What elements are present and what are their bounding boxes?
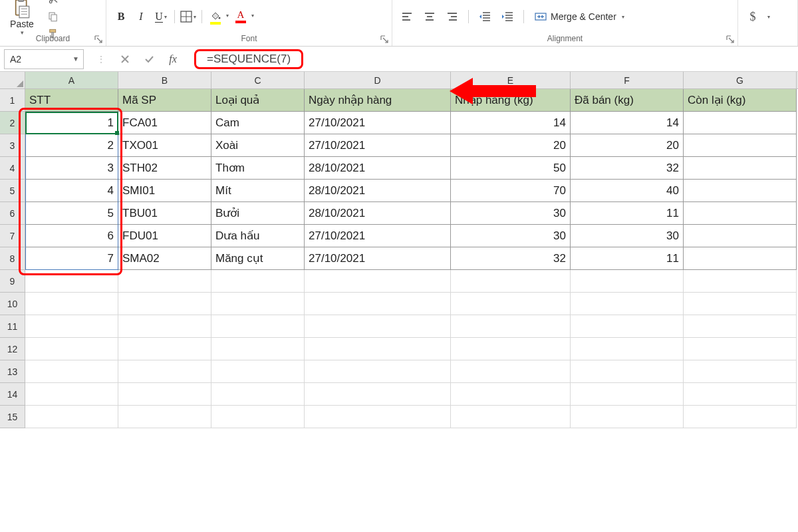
name-box[interactable]: A2 ▼ bbox=[4, 49, 84, 69]
cell[interactable] bbox=[25, 293, 118, 315]
cell[interactable] bbox=[118, 360, 211, 383]
cell[interactable] bbox=[451, 406, 571, 428]
merge-center-button[interactable]: Merge & Center ▾ bbox=[531, 8, 628, 25]
header-loaiqua[interactable]: Loại quả bbox=[211, 89, 305, 112]
cell[interactable] bbox=[451, 270, 571, 293]
cell[interactable] bbox=[305, 360, 451, 383]
borders-button[interactable]: ▾ bbox=[179, 9, 198, 25]
cell-conlai[interactable] bbox=[684, 247, 797, 270]
cell[interactable] bbox=[684, 406, 797, 428]
column-header-c[interactable]: C bbox=[211, 72, 305, 88]
cell[interactable] bbox=[571, 270, 684, 293]
enter-formula-button[interactable] bbox=[137, 49, 161, 69]
cell-masp[interactable]: FCA01 bbox=[118, 112, 211, 134]
cell[interactable] bbox=[118, 270, 211, 293]
italic-button[interactable]: I bbox=[132, 9, 150, 25]
cell[interactable] bbox=[118, 338, 211, 360]
cell-stt[interactable]: 7 bbox=[25, 247, 118, 270]
cell[interactable] bbox=[118, 406, 211, 428]
cell[interactable] bbox=[118, 315, 211, 338]
cell-stt[interactable]: 6 bbox=[25, 225, 118, 247]
cell[interactable] bbox=[25, 360, 118, 383]
cell[interactable] bbox=[571, 383, 684, 406]
cell[interactable] bbox=[211, 315, 305, 338]
cell-ban[interactable]: 32 bbox=[571, 157, 684, 180]
header-stt[interactable]: STT bbox=[25, 89, 118, 112]
cell-ban[interactable]: 20 bbox=[571, 134, 684, 157]
row-header-10[interactable]: 10 bbox=[0, 293, 25, 315]
row-header-13[interactable]: 13 bbox=[0, 360, 25, 383]
cell-masp[interactable]: STH02 bbox=[118, 157, 211, 180]
cell[interactable] bbox=[25, 270, 118, 293]
cell[interactable] bbox=[451, 338, 571, 360]
cell-ngay[interactable]: 27/10/2021 bbox=[305, 134, 451, 157]
cancel-formula-button[interactable] bbox=[113, 49, 137, 69]
font-color-button[interactable]: A ▾ bbox=[231, 9, 250, 25]
header-daban[interactable]: Đã bán (kg) bbox=[571, 89, 684, 112]
cell[interactable] bbox=[25, 315, 118, 338]
row-header-14[interactable]: 14 bbox=[0, 383, 25, 406]
cell[interactable] bbox=[211, 338, 305, 360]
cell-loai[interactable]: Mít bbox=[211, 180, 305, 202]
cell[interactable] bbox=[118, 383, 211, 406]
cell[interactable] bbox=[305, 293, 451, 315]
row-header-1[interactable]: 1 bbox=[0, 89, 25, 112]
cell-masp[interactable]: TXO01 bbox=[118, 134, 211, 157]
cell-loai[interactable]: Măng cụt bbox=[211, 247, 305, 270]
cell-ban[interactable]: 30 bbox=[571, 225, 684, 247]
cell-ngay[interactable]: 27/10/2021 bbox=[305, 225, 451, 247]
font-dialog-launcher[interactable] bbox=[380, 35, 389, 45]
cell-stt[interactable]: 3 bbox=[25, 157, 118, 180]
increase-indent-button[interactable] bbox=[498, 9, 517, 25]
cell[interactable] bbox=[211, 383, 305, 406]
header-masp[interactable]: Mã SP bbox=[118, 89, 211, 112]
cell[interactable] bbox=[571, 360, 684, 383]
alignment-dialog-launcher[interactable] bbox=[726, 35, 735, 45]
cell-ngay[interactable]: 27/10/2021 bbox=[305, 112, 451, 134]
cell[interactable] bbox=[305, 406, 451, 428]
align-left-button[interactable] bbox=[398, 9, 416, 25]
row-header-5[interactable]: 5 bbox=[0, 180, 25, 202]
row-header-8[interactable]: 8 bbox=[0, 247, 25, 270]
clipboard-dialog-launcher[interactable] bbox=[94, 35, 103, 45]
cell-nhap[interactable]: 30 bbox=[451, 202, 571, 225]
cell[interactable] bbox=[684, 293, 797, 315]
cell-loai[interactable]: Cam bbox=[211, 112, 305, 134]
cell[interactable] bbox=[25, 383, 118, 406]
row-header-7[interactable]: 7 bbox=[0, 225, 25, 247]
cell-conlai[interactable] bbox=[684, 112, 797, 134]
cell[interactable] bbox=[305, 315, 451, 338]
row-header-3[interactable]: 3 bbox=[0, 134, 25, 157]
underline-button[interactable]: U▾ bbox=[152, 9, 170, 25]
cell-conlai[interactable] bbox=[684, 157, 797, 180]
cell-nhap[interactable]: 14 bbox=[451, 112, 571, 134]
cell[interactable] bbox=[571, 338, 684, 360]
row-header-9[interactable]: 9 bbox=[0, 270, 25, 293]
row-header-4[interactable]: 4 bbox=[0, 157, 25, 180]
cell-stt[interactable]: 5 bbox=[25, 202, 118, 225]
cell-nhap[interactable]: 20 bbox=[451, 134, 571, 157]
row-header-2[interactable]: 2 bbox=[0, 112, 25, 134]
column-header-f[interactable]: F bbox=[571, 72, 684, 88]
cell-nhap[interactable]: 50 bbox=[451, 157, 571, 180]
cell[interactable] bbox=[211, 293, 305, 315]
cell-loai[interactable]: Dưa hấu bbox=[211, 225, 305, 247]
cell[interactable] bbox=[571, 315, 684, 338]
cell[interactable] bbox=[684, 270, 797, 293]
cell-nhap[interactable]: 32 bbox=[451, 247, 571, 270]
column-header-b[interactable]: B bbox=[118, 72, 211, 88]
cell[interactable] bbox=[684, 360, 797, 383]
fill-color-button[interactable]: ▾ bbox=[206, 9, 225, 25]
cell-ngay[interactable]: 27/10/2021 bbox=[305, 247, 451, 270]
cell[interactable] bbox=[118, 293, 211, 315]
cell-ban[interactable]: 40 bbox=[571, 180, 684, 202]
cell[interactable] bbox=[305, 383, 451, 406]
cell-conlai[interactable] bbox=[684, 225, 797, 247]
cell[interactable] bbox=[571, 406, 684, 428]
cell-stt[interactable]: 4 bbox=[25, 180, 118, 202]
cell[interactable] bbox=[571, 293, 684, 315]
cell[interactable] bbox=[211, 270, 305, 293]
cell-nhap[interactable]: 30 bbox=[451, 225, 571, 247]
row-header-15[interactable]: 15 bbox=[0, 406, 25, 428]
cell-ngay[interactable]: 28/10/2021 bbox=[305, 180, 451, 202]
